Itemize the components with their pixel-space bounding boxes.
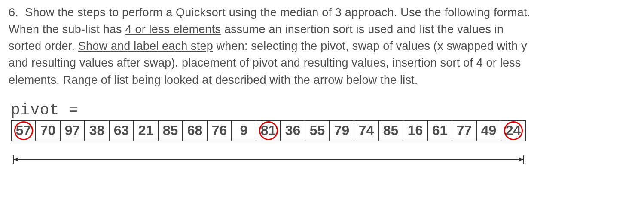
- array-cell-3: 38: [84, 120, 110, 141]
- question-number: 6.: [9, 6, 18, 19]
- array-cell-9: 9: [231, 120, 256, 141]
- double-arrow-icon: [11, 154, 526, 165]
- array-cell-19: 49: [476, 120, 501, 141]
- range-arrow: [11, 154, 635, 167]
- array-cell-17: 61: [427, 120, 452, 141]
- array-row: 5770973863218568769813655797485166177492…: [11, 120, 635, 141]
- array-cell-13: 79: [329, 120, 354, 141]
- array-cell-12: 55: [305, 120, 330, 141]
- q-line5: elements. Range of list being looked at …: [9, 74, 418, 86]
- svg-marker-3: [13, 157, 18, 162]
- q-line2-underline: 4 or less elements: [125, 23, 221, 36]
- q-line3b: when: selecting the pivot, swap of value…: [213, 40, 527, 52]
- pivot-label: pivot =: [11, 101, 635, 119]
- question-text: 6. Show the steps to perform a Quicksort…: [9, 4, 635, 89]
- array-cell-20: 24: [501, 120, 526, 141]
- array-cell-2: 97: [60, 120, 85, 141]
- q-line2b: assume an insertion sort is used and lis…: [221, 23, 504, 36]
- array-cell-6: 85: [158, 120, 183, 141]
- array-cell-10: 81: [256, 120, 281, 141]
- q-line3-underline: Show and label each step: [78, 40, 213, 52]
- array-cell-18: 77: [452, 120, 477, 141]
- array-cell-14: 74: [354, 120, 379, 141]
- array-cell-0: 57: [11, 120, 36, 141]
- array-cell-1: 70: [35, 120, 61, 141]
- array-cell-5: 21: [133, 120, 159, 141]
- q-line4: and resulting values after swap), placem…: [9, 56, 521, 69]
- array-cell-8: 76: [207, 120, 232, 141]
- array-cell-15: 85: [378, 120, 403, 141]
- array-cell-7: 68: [182, 120, 208, 141]
- q-line3a: sorted order.: [9, 40, 78, 52]
- q-line1: Show the steps to perform a Quicksort us…: [25, 6, 530, 19]
- q-line2a: When the sub-list has: [9, 23, 125, 36]
- svg-marker-4: [519, 157, 524, 162]
- array-cell-16: 16: [403, 120, 428, 141]
- array-cell-11: 36: [280, 120, 305, 141]
- array-cell-4: 63: [109, 120, 134, 141]
- page: 6. Show the steps to perform a Quicksort…: [0, 0, 644, 167]
